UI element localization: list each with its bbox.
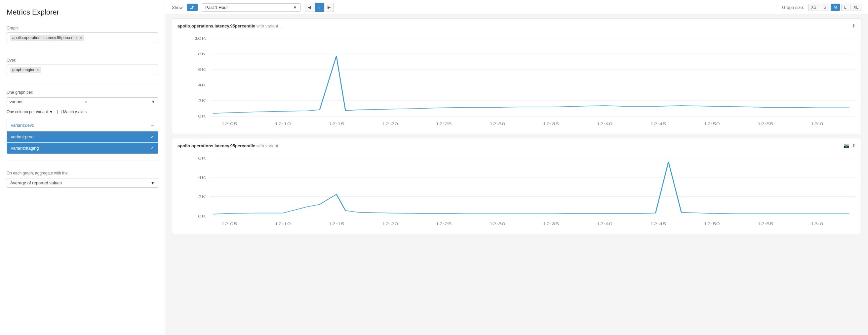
divider-2 (7, 83, 158, 83)
match-axes-text: Match y-axes (63, 110, 87, 114)
svg-text:8K: 8K (198, 52, 206, 56)
app-title: Metrics Explorer (7, 8, 158, 17)
graph-metric-text: apollo.operations.latency.95percentile (12, 35, 79, 40)
svg-text:12:15: 12:15 (328, 222, 344, 226)
chart2-metric: apollo.operations.latency.95percentile (178, 143, 255, 148)
aggregate-section: On each graph, aggregate with the Averag… (7, 167, 158, 188)
match-axes-checkbox[interactable] (57, 110, 61, 114)
graph-size-label: Graph size: (782, 5, 804, 10)
svg-text:12:55: 12:55 (757, 222, 773, 226)
pause-button[interactable]: ⏸ (315, 3, 324, 12)
chart-header-2: apollo.operations.latency.95percentile w… (178, 143, 856, 148)
svg-text:12:25: 12:25 (436, 122, 452, 126)
charts-area: apollo.operations.latency.95percentile w… (165, 15, 868, 335)
options-row: One column per variant ▼ Match y-axes (7, 110, 158, 114)
svg-text:12:20: 12:20 (382, 222, 398, 226)
aggregate-value: Average of reported values (10, 180, 62, 185)
svg-text:6K: 6K (198, 157, 206, 161)
variant-dev0-minus[interactable]: – (151, 122, 154, 128)
right-panel: Show 1h Past 1 Hour ▼ ◀ ⏸ ▶ Graph size: … (165, 0, 868, 335)
divider-1 (7, 51, 158, 51)
svg-text:12:50: 12:50 (704, 122, 720, 126)
svg-text:12:20: 12:20 (382, 122, 398, 126)
column-dropdown-arrow: ▼ (49, 110, 53, 114)
chart1-upload-icon[interactable]: ⬆ (852, 23, 856, 28)
svg-text:10K: 10K (194, 36, 206, 40)
variant-clear-btn[interactable]: × (85, 99, 87, 104)
variant-staging-label: variant:staging (11, 146, 39, 150)
variant-dropdown-arrow: ▼ (151, 99, 155, 104)
variant-select-row: variant × ▼ (7, 97, 158, 106)
variant-select-value: variant (9, 99, 23, 104)
chart-svg-1: 10K 8K 6K 4K 2K 0K 12:05 12:10 12:15 12:… (178, 31, 856, 131)
variant-item-prod[interactable]: variant:prod ✓ (7, 132, 158, 143)
variant-item-staging[interactable]: variant:staging ✓ (7, 143, 158, 153)
chart2-with: with variant... (256, 143, 282, 148)
svg-text:13:0: 13:0 (811, 222, 824, 226)
column-dropdown[interactable]: One column per variant ▼ (7, 110, 53, 114)
svg-text:0K: 0K (198, 214, 206, 218)
one-graph-label: One graph per: (7, 90, 158, 95)
svg-text:12:45: 12:45 (650, 222, 666, 226)
chart2-upload-icon[interactable]: ⬆ (852, 143, 856, 148)
variant-select[interactable]: variant × ▼ (7, 97, 158, 106)
over-label: Over: (7, 58, 158, 62)
svg-text:12:40: 12:40 (596, 222, 613, 226)
size-xl[interactable]: XL (850, 4, 861, 11)
svg-text:12:05: 12:05 (221, 222, 237, 226)
size-l[interactable]: L (841, 4, 849, 11)
graph-field-group: Graph: apollo.operations.latency.95perce… (7, 26, 158, 43)
size-xs[interactable]: XS (808, 4, 819, 11)
time-1h-button[interactable]: 1h (187, 4, 198, 11)
graph-metric-close[interactable]: × (80, 36, 82, 40)
aggregate-label: On each graph, aggregate with the (7, 171, 158, 175)
chart-card-1: apollo.operations.latency.95percentile w… (172, 18, 861, 134)
svg-text:12:45: 12:45 (650, 122, 666, 126)
time-dropdown-arrow: ▼ (293, 5, 297, 10)
svg-text:12:15: 12:15 (328, 122, 344, 126)
column-option-label: One column per variant (7, 110, 48, 114)
chart2-actions: 📷 ⬆ (843, 143, 856, 148)
prev-button[interactable]: ◀ (305, 3, 314, 12)
svg-text:4K: 4K (198, 175, 206, 179)
svg-text:12:05: 12:05 (221, 122, 237, 126)
aggregate-select[interactable]: Average of reported values ▼ (7, 178, 158, 188)
size-m[interactable]: M (831, 4, 840, 11)
left-panel: Metrics Explorer Graph: apollo.operation… (0, 0, 165, 335)
svg-text:12:30: 12:30 (489, 122, 505, 126)
match-axes-label[interactable]: Match y-axes (57, 110, 87, 114)
graph-label: Graph: (7, 26, 158, 30)
svg-text:12:50: 12:50 (704, 222, 720, 226)
divider-3 (7, 161, 158, 161)
show-label: Show (172, 5, 183, 10)
variant-list: variant:dev0 – variant:prod ✓ variant:st… (7, 119, 158, 154)
aggregate-arrow: ▼ (150, 180, 155, 185)
svg-text:2K: 2K (198, 99, 206, 103)
chart-container-1: 10K 8K 6K 4K 2K 0K 12:05 12:10 12:15 12:… (178, 31, 856, 131)
over-input[interactable]: graph:engine × (7, 64, 158, 75)
variant-dev0-label: variant:dev0 (11, 123, 34, 128)
next-button[interactable]: ▶ (324, 3, 334, 12)
time-range-dropdown[interactable]: Past 1 Hour ▼ (202, 3, 301, 11)
variant-item-dev0[interactable]: variant:dev0 – (7, 119, 158, 132)
svg-text:0K: 0K (198, 115, 206, 118)
chart2-camera-icon[interactable]: 📷 (843, 143, 849, 148)
over-tag-close[interactable]: × (37, 68, 39, 72)
over-tag: graph:engine × (10, 67, 41, 73)
svg-text:6K: 6K (198, 67, 206, 72)
chart-container-2: 6K 4K 2K 0K 12:05 12:10 12:15 12:20 12:2… (178, 151, 856, 230)
size-s[interactable]: S (821, 4, 829, 11)
variant-prod-check: ✓ (150, 134, 154, 139)
svg-text:4K: 4K (198, 83, 206, 87)
chart-title-2: apollo.operations.latency.95percentile w… (178, 143, 282, 148)
svg-text:12:10: 12:10 (275, 222, 291, 226)
svg-text:12:35: 12:35 (543, 222, 559, 226)
svg-text:13:0: 13:0 (811, 122, 824, 126)
graph-input[interactable]: apollo.operations.latency.95percentile × (7, 32, 158, 43)
chart1-metric: apollo.operations.latency.95percentile (178, 24, 255, 28)
variant-prod-label: variant:prod (11, 134, 34, 139)
chart1-actions: ⬆ (852, 23, 856, 28)
time-range-value: Past 1 Hour (205, 5, 228, 10)
svg-text:12:10: 12:10 (275, 122, 291, 126)
svg-text:12:30: 12:30 (489, 222, 505, 226)
